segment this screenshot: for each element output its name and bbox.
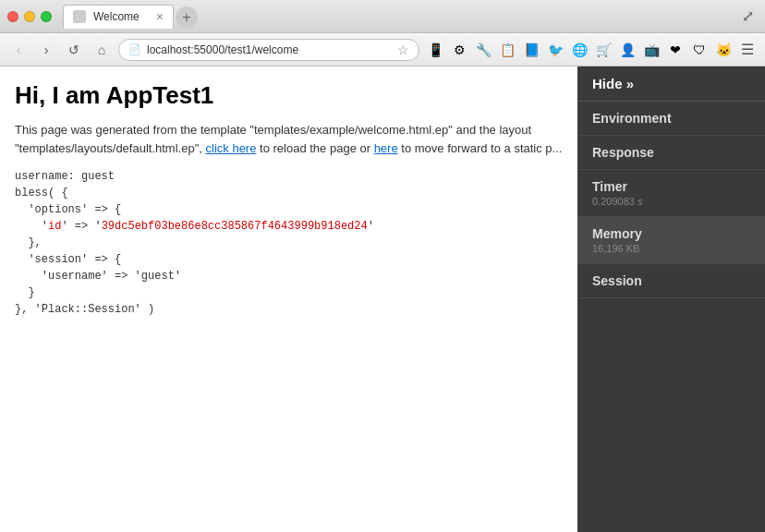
memory-label: Memory xyxy=(592,226,642,241)
book-icon[interactable]: 📘 xyxy=(521,40,541,60)
click-here-link[interactable]: click here xyxy=(206,141,257,155)
cast-icon[interactable]: 📺 xyxy=(641,40,662,60)
environment-item[interactable]: Environment xyxy=(577,102,765,136)
amazon-icon[interactable]: 🛒 xyxy=(593,40,613,60)
debug-panel: Hide » Environment Response Timer 0.2090… xyxy=(577,66,765,532)
browser-frame: Welcome × + ⤢ ‹ › ↺ ⌂ 📄 localhost:55000/… xyxy=(0,0,765,532)
menu-button[interactable]: ☰ xyxy=(737,40,758,60)
mobile-icon[interactable]: 📱 xyxy=(425,40,445,60)
refresh-icon: ↺ xyxy=(68,42,79,57)
memory-item[interactable]: Memory 16,196 KB xyxy=(577,217,765,264)
response-item[interactable]: Response xyxy=(577,136,765,170)
tab-favicon xyxy=(73,10,86,23)
timer-item[interactable]: Timer 0.209083 s xyxy=(577,170,765,217)
url-text: localhost:55000/test1/welcome xyxy=(147,43,392,56)
bookmark-icon[interactable]: ☆ xyxy=(397,42,409,57)
hide-button[interactable]: Hide » xyxy=(577,66,765,102)
tab-close-icon[interactable]: × xyxy=(156,9,164,24)
cat-icon[interactable]: 🐱 xyxy=(713,40,734,60)
globe-icon[interactable]: 🌐 xyxy=(569,40,589,60)
forward-button[interactable]: › xyxy=(35,39,57,61)
close-button[interactable] xyxy=(7,11,18,22)
active-tab[interactable]: Welcome × xyxy=(63,5,174,29)
page-description: This page was generated from the templat… xyxy=(15,121,563,157)
refresh-button[interactable]: ↺ xyxy=(63,39,85,61)
restore-down-icon[interactable]: ⤢ xyxy=(742,7,754,25)
back-button[interactable]: ‹ xyxy=(7,39,30,61)
timer-label: Timer xyxy=(592,179,627,194)
nav-bar: ‹ › ↺ ⌂ 📄 localhost:55000/test1/welcome … xyxy=(0,33,765,66)
tab-label: Welcome xyxy=(93,10,140,23)
clipboard-icon[interactable]: 📋 xyxy=(497,40,517,60)
twitter-icon[interactable]: 🐦 xyxy=(545,40,565,60)
title-bar: Welcome × + ⤢ xyxy=(0,0,765,33)
response-label: Response xyxy=(592,145,654,160)
maximize-button[interactable] xyxy=(41,11,52,22)
new-tab-button[interactable]: + xyxy=(176,6,198,29)
code-block: username: guest bless( { 'options' => { … xyxy=(15,168,563,318)
session-label: Session xyxy=(592,273,642,288)
settings-icon[interactable]: ⚙ xyxy=(449,40,469,60)
here-link[interactable]: here xyxy=(374,141,398,155)
toolbar-icons: 📱 ⚙ 🔧 📋 📘 🐦 🌐 🛒 👤 📺 ❤ 🛡 🐱 ☰ xyxy=(425,40,758,60)
page-content: Hi, I am AppTest1 This page was generate… xyxy=(0,66,577,532)
page-wrapper: Hi, I am AppTest1 This page was generate… xyxy=(0,66,765,532)
timer-value: 0.209083 s xyxy=(592,196,750,207)
shield-icon[interactable]: 🛡 xyxy=(689,40,710,60)
window-controls xyxy=(7,11,52,22)
home-icon: ⌂ xyxy=(98,42,105,57)
address-bar[interactable]: 📄 localhost:55000/test1/welcome ☆ xyxy=(118,39,419,61)
environment-label: Environment xyxy=(592,111,672,126)
forward-icon: › xyxy=(44,42,49,57)
back-icon: ‹ xyxy=(17,42,21,57)
session-item[interactable]: Session xyxy=(577,264,765,298)
pinterest-icon[interactable]: ❤ xyxy=(665,40,686,60)
page-icon: 📄 xyxy=(128,43,141,55)
tools-icon[interactable]: 🔧 xyxy=(473,40,493,60)
tab-bar: Welcome × + xyxy=(63,5,742,29)
user-icon[interactable]: 👤 xyxy=(617,40,638,60)
page-title: Hi, I am AppTest1 xyxy=(15,81,563,110)
minimize-button[interactable] xyxy=(24,11,35,22)
home-button[interactable]: ⌂ xyxy=(91,39,113,61)
memory-value: 16,196 KB xyxy=(592,243,750,254)
